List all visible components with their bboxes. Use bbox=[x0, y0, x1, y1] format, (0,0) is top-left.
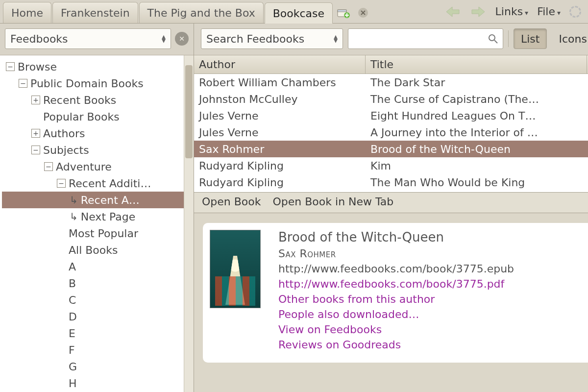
detail-goodreads-link[interactable]: Reviews on Goodreads bbox=[278, 339, 514, 351]
arrow-right-icon bbox=[470, 5, 487, 19]
column-header-author[interactable]: Author bbox=[194, 55, 366, 74]
book-table: Author Title ▾ Robert William ChambersTh… bbox=[194, 55, 588, 193]
detail-pdf-link[interactable]: http://www.feedbooks.com/book/3775.pdf bbox=[278, 278, 514, 290]
tree-item-subjects[interactable]: −Subjects bbox=[2, 142, 184, 158]
search-input[interactable] bbox=[353, 32, 488, 45]
arrow-left-icon bbox=[444, 5, 461, 19]
svg-point-4 bbox=[489, 35, 495, 41]
new-tab-button[interactable] bbox=[334, 2, 353, 23]
tab-label: Frankenstein bbox=[61, 7, 130, 19]
loading-spinner-icon bbox=[569, 6, 581, 18]
tab-label: Home bbox=[11, 7, 43, 19]
detail-view-feedbooks-link[interactable]: View on Feedbooks bbox=[278, 323, 514, 336]
tree-item-adventure[interactable]: −Adventure bbox=[2, 158, 184, 175]
action-bar: Open Book Open Book in New Tab bbox=[194, 193, 588, 213]
tree-label: Recent Additi… bbox=[69, 177, 151, 190]
blank-icon bbox=[31, 112, 40, 121]
detail-author: Sax Rohmer bbox=[278, 247, 514, 260]
cell-author: Jules Verne bbox=[194, 110, 366, 122]
cell-title: The Curse of Capistrano (The… bbox=[366, 93, 588, 105]
sidebar: Feedbooks ▴▾ ✕ −Browse −Public Domain Bo… bbox=[0, 24, 194, 392]
column-header-title[interactable]: Title bbox=[366, 55, 587, 74]
detail-people-also-link[interactable]: People also downloaded… bbox=[278, 308, 514, 320]
sidebar-scrollbar[interactable] bbox=[184, 55, 194, 392]
tree-item-b[interactable]: B bbox=[2, 275, 184, 292]
tree-item-h[interactable]: H bbox=[2, 375, 184, 392]
close-icon bbox=[358, 7, 368, 18]
tree-item-public-domain[interactable]: −Public Domain Books bbox=[2, 75, 184, 92]
tab-frankenstein[interactable]: Frankenstein bbox=[52, 2, 138, 23]
category-tree: −Browse −Public Domain Books +Recent Boo… bbox=[0, 55, 184, 392]
cell-author: Rudyard Kipling bbox=[194, 176, 366, 189]
tab-label: Bookcase bbox=[273, 7, 324, 20]
tree-item-next-page[interactable]: ↳Next Page bbox=[2, 208, 184, 225]
collapse-icon: − bbox=[6, 62, 15, 71]
table-row[interactable]: Sax RohmerBrood of the Witch-Queen bbox=[194, 141, 588, 157]
tree-item-browse[interactable]: −Browse bbox=[2, 58, 184, 75]
tree-label: All Books bbox=[69, 244, 118, 256]
search-field[interactable] bbox=[348, 28, 503, 49]
detail-other-books-link[interactable]: Other books from this author bbox=[278, 293, 514, 305]
tree-label: Next Page bbox=[81, 211, 136, 223]
blank-icon bbox=[57, 262, 66, 271]
tree-item-popular-books[interactable]: Popular Books bbox=[2, 108, 184, 125]
child-arrow-icon: ↳ bbox=[70, 211, 78, 222]
tab-bookcase[interactable]: Bookcase bbox=[265, 2, 333, 24]
source-select[interactable]: Feedbooks ▴▾ bbox=[5, 28, 171, 49]
tree-label: Browse bbox=[18, 61, 57, 73]
table-row[interactable]: Rudyard KiplingThe Man Who Would be King bbox=[194, 174, 588, 191]
clear-source-button[interactable]: ✕ bbox=[175, 32, 189, 46]
book-cover-image bbox=[210, 230, 261, 308]
links-menu[interactable]: Links bbox=[495, 5, 529, 18]
table-row[interactable]: Robert William ChambersThe Dark Star bbox=[194, 74, 588, 91]
nav-forward-button[interactable] bbox=[470, 5, 487, 19]
table-row[interactable]: Rudyard KiplingKim bbox=[194, 157, 588, 174]
table-row[interactable]: Johnston McCulleyThe Curse of Capistrano… bbox=[194, 91, 588, 107]
tree-item-recent-a[interactable]: ↳Recent A… bbox=[2, 192, 184, 208]
main-pane: Search Feedbooks ▴▾ List Icons Author Ti… bbox=[194, 24, 588, 392]
cell-title: The Dark Star bbox=[366, 76, 588, 89]
tree-label: H bbox=[69, 377, 77, 390]
tree-item-c[interactable]: C bbox=[2, 292, 184, 308]
source-select-label: Feedbooks bbox=[10, 33, 68, 45]
view-icons-button[interactable]: Icons bbox=[552, 28, 588, 49]
tree-item-authors[interactable]: +Authors bbox=[2, 125, 184, 142]
search-scope-select[interactable]: Search Feedbooks ▴▾ bbox=[201, 28, 343, 49]
new-tab-icon bbox=[337, 7, 350, 18]
open-book-new-tab-button[interactable]: Open Book in New Tab bbox=[273, 196, 394, 208]
collapse-icon: − bbox=[31, 146, 40, 154]
tree-item-a[interactable]: A bbox=[2, 258, 184, 275]
file-menu[interactable]: File bbox=[537, 5, 561, 18]
expand-icon: + bbox=[31, 96, 40, 104]
toolbar: Search Feedbooks ▴▾ List Icons bbox=[194, 24, 588, 55]
cell-author: Sax Rohmer bbox=[194, 143, 366, 155]
table-row[interactable]: Jules VerneEight Hundred Leagues On T… bbox=[194, 107, 588, 124]
tree-label: B bbox=[69, 277, 76, 290]
search-scope-label: Search Feedbooks bbox=[206, 33, 304, 45]
tree-item-f[interactable]: F bbox=[2, 342, 184, 358]
cell-author: Robert William Chambers bbox=[194, 76, 366, 89]
nav-back-button[interactable] bbox=[444, 5, 461, 19]
blank-icon bbox=[57, 329, 66, 338]
cell-title: The Man Who Would be King bbox=[366, 176, 588, 189]
tree-item-d[interactable]: D bbox=[2, 308, 184, 325]
tree-item-most-popular[interactable]: Most Popular bbox=[2, 225, 184, 242]
tree-item-recent-additions[interactable]: −Recent Additi… bbox=[2, 175, 184, 192]
close-tab-button[interactable] bbox=[353, 2, 373, 23]
tree-label: D bbox=[69, 311, 77, 323]
table-row[interactable]: Jules VerneA Journey into the Interior o… bbox=[194, 124, 588, 141]
tab-pig-box[interactable]: The Pig and the Box bbox=[139, 2, 264, 23]
view-list-button[interactable]: List bbox=[514, 28, 547, 49]
scrollbar-thumb[interactable] bbox=[185, 65, 193, 158]
tree-label: Public Domain Books bbox=[30, 77, 144, 90]
tab-home[interactable]: Home bbox=[3, 2, 51, 23]
tree-item-e[interactable]: E bbox=[2, 325, 184, 342]
cell-title: A Journey into the Interior of … bbox=[366, 126, 588, 139]
open-book-button[interactable]: Open Book bbox=[202, 196, 261, 208]
blank-icon bbox=[57, 279, 66, 288]
tree-item-g[interactable]: G bbox=[2, 358, 184, 375]
tab-bar: Home Frankenstein The Pig and the Box Bo… bbox=[0, 0, 588, 24]
tree-item-recent-books[interactable]: +Recent Books bbox=[2, 92, 184, 108]
tree-label: Most Popular bbox=[69, 227, 138, 240]
tree-item-all-books[interactable]: All Books bbox=[2, 242, 184, 258]
